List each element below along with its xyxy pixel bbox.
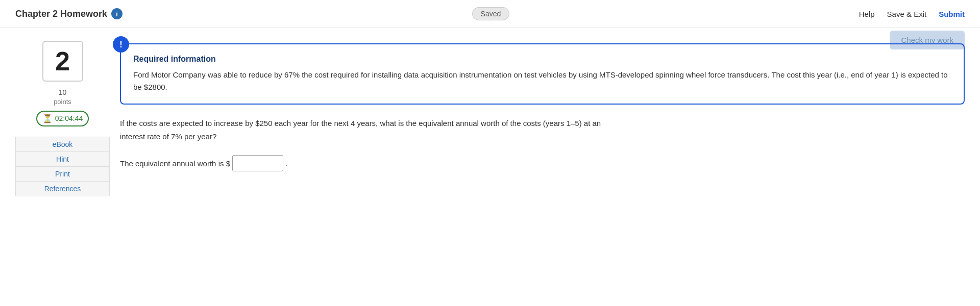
page-title: Chapter 2 Homework xyxy=(15,9,107,19)
question-number-box: 2 xyxy=(42,41,83,82)
sidebar-links: eBook Hint Print References xyxy=(15,137,110,196)
sidebar-link-hint[interactable]: Hint xyxy=(15,151,110,166)
submit-button[interactable]: Submit xyxy=(939,10,965,18)
answer-suffix: . xyxy=(285,159,287,168)
top-bar: Chapter 2 Homework i Saved Help Save & E… xyxy=(0,0,980,28)
answer-prefix: The equivalent annual worth is $ xyxy=(120,159,230,168)
timer-badge: ⏳ 02:04:44 xyxy=(36,111,89,126)
question-number: 2 xyxy=(55,46,70,76)
required-info-box: ! Required information Ford Motor Compan… xyxy=(120,43,965,105)
top-bar-left: Chapter 2 Homework i xyxy=(15,8,122,19)
timer-icon: ⏳ xyxy=(42,114,53,123)
question-text: If the costs are expected to increase by… xyxy=(120,117,610,143)
answer-input[interactable] xyxy=(232,155,283,171)
main-content: 2 10 points ⏳ 02:04:44 eBook Hint Print … xyxy=(0,28,980,207)
timer-display: 02:04:44 xyxy=(55,114,83,122)
answer-row: The equivalent annual worth is $ . xyxy=(120,155,965,171)
top-bar-right: Help Save & Exit Submit xyxy=(859,10,965,18)
required-info-title: Required information xyxy=(133,55,951,64)
sidebar-link-print[interactable]: Print xyxy=(15,166,110,181)
required-info-body: Ford Motor Company was able to reduce by… xyxy=(133,69,951,93)
info-icon[interactable]: i xyxy=(111,8,122,19)
points-label: points xyxy=(54,98,71,106)
points-value: 10 xyxy=(59,88,67,98)
sidebar-link-ebook[interactable]: eBook xyxy=(15,137,110,151)
saved-badge: Saved xyxy=(472,9,510,18)
help-link[interactable]: Help xyxy=(859,10,875,18)
right-content: Check my work ! Required information For… xyxy=(110,38,965,196)
left-sidebar: 2 10 points ⏳ 02:04:44 eBook Hint Print … xyxy=(15,38,110,196)
sidebar-link-references[interactable]: References xyxy=(15,181,110,196)
exclamation-icon: ! xyxy=(113,36,129,53)
save-exit-link[interactable]: Save & Exit xyxy=(887,10,927,18)
